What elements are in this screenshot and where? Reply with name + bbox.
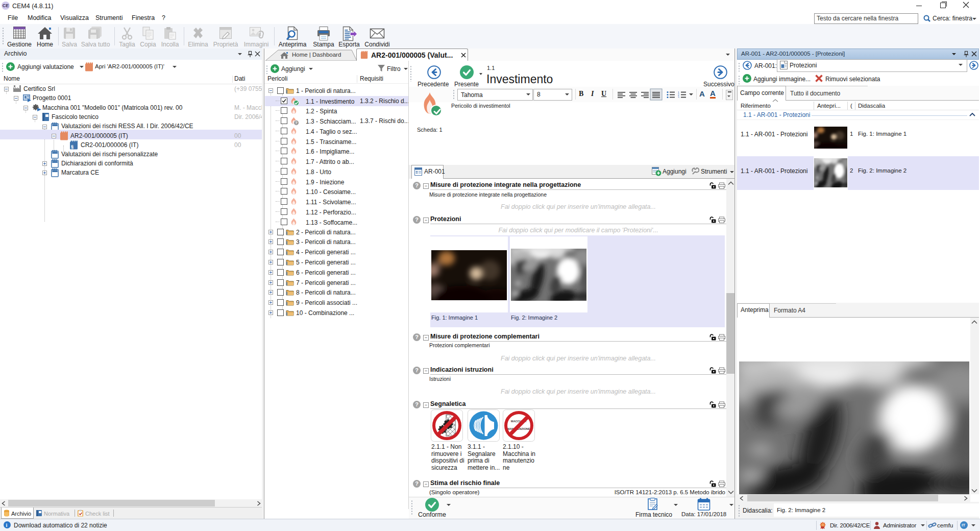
svg-text:3: 3 [678, 96, 679, 98]
svg-text:§: § [71, 144, 74, 149]
